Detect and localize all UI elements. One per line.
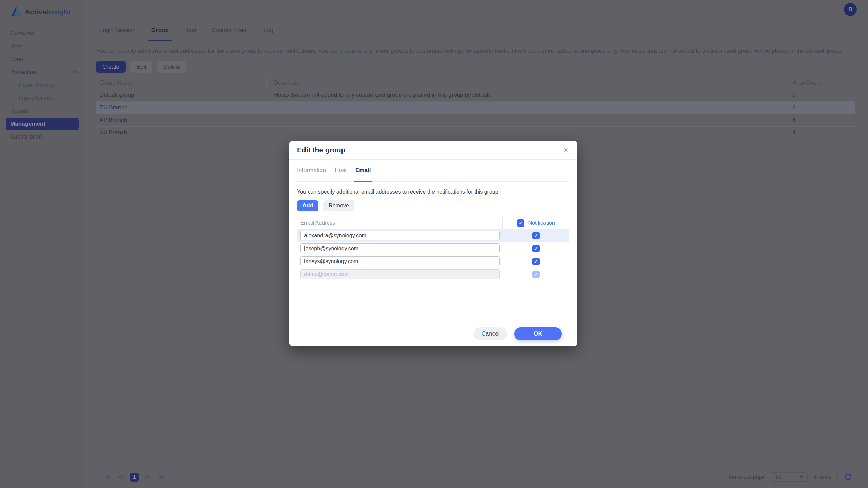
dialog-body: Information Host Email You can specify a…	[289, 160, 577, 346]
user-avatar[interactable]: D	[844, 3, 857, 16]
email-cell	[297, 231, 503, 240]
cell-host-count: 4	[787, 117, 855, 124]
current-page-button[interactable]: 1	[130, 473, 139, 482]
email-table: Email Address ✓ Notification ✓	[297, 217, 569, 281]
cell-description	[267, 102, 787, 114]
dialog-header: Edit the group	[289, 141, 577, 160]
dialog-tab-host[interactable]: Host	[335, 160, 347, 181]
notification-cell: ✓	[503, 271, 569, 278]
notification-checkbox[interactable]: ✓	[532, 245, 540, 252]
tab-login-session[interactable]: Login Session	[99, 19, 136, 41]
ok-button[interactable]: OK	[514, 327, 562, 340]
column-description[interactable]: Description	[267, 77, 787, 89]
sidebar-item-management[interactable]: Management	[6, 118, 79, 130]
notification-cell: ✓	[503, 232, 569, 239]
tab-host[interactable]: Host	[184, 19, 196, 41]
page-size-dropdown[interactable]: 50	[771, 472, 808, 482]
group-page-tabs: Login Session Group Host Custom Event Lo…	[86, 19, 868, 41]
add-button[interactable]: Add	[297, 200, 318, 211]
email-input[interactable]	[300, 256, 500, 266]
sidebar-item-login-activity[interactable]: Login Activity	[0, 92, 86, 105]
pagination-controls: 1	[96, 473, 165, 482]
cell-group-name: NA Branch	[96, 127, 267, 139]
notification-checkbox-disabled: ✓	[532, 271, 540, 278]
cell-group-name: Default group	[96, 89, 267, 101]
notification-cell: ✓	[503, 258, 569, 265]
sidebar-item-report[interactable]: Report	[0, 105, 86, 118]
table-row-ap-branch[interactable]: AP Branch 4	[96, 114, 855, 127]
refresh-icon[interactable]	[844, 473, 852, 481]
column-notification: ✓ Notification	[503, 219, 569, 227]
email-input[interactable]	[300, 231, 500, 240]
table-row-default-group[interactable]: Default group Hosts that are not added t…	[96, 89, 855, 102]
prev-page-icon[interactable]	[117, 473, 125, 481]
tab-log[interactable]: Log	[264, 19, 273, 41]
email-cell	[297, 269, 503, 279]
table-row-na-branch[interactable]: NA Branch 4	[96, 127, 855, 139]
dialog-footer: Cancel OK	[297, 327, 569, 346]
email-cell	[297, 243, 503, 253]
cell-host-count: 3	[787, 104, 855, 111]
email-table-header: Email Address ✓ Notification	[297, 217, 569, 229]
group-toolbar: Create Edit Delete	[96, 61, 186, 73]
email-input[interactable]	[300, 243, 500, 253]
email-toolbar: Add Remove	[297, 200, 569, 211]
pagination-bar: 1 Items per page 50 4 items	[96, 470, 855, 484]
first-page-icon[interactable]	[104, 473, 112, 481]
column-group-name[interactable]: Group Name	[96, 77, 267, 89]
column-email-address: Email Address	[297, 217, 503, 229]
dialog-tab-email[interactable]: Email	[355, 160, 371, 181]
edit-button[interactable]: Edit	[130, 61, 152, 73]
groups-table-header: Group Name Description Host Count	[96, 77, 855, 89]
dialog-title: Edit the group	[297, 146, 345, 154]
page-size-value: 50	[775, 474, 781, 480]
sidebar-item-overview[interactable]: Overview	[0, 27, 86, 40]
notification-checkbox[interactable]: ✓	[532, 232, 540, 239]
delete-button[interactable]: Delete	[157, 61, 186, 73]
total-items-label: 4 items	[814, 474, 831, 480]
dialog-tab-information[interactable]: Information	[297, 160, 326, 181]
create-button[interactable]: Create	[96, 61, 126, 73]
divider	[837, 473, 838, 481]
notification-label: Notification	[528, 220, 555, 226]
email-row[interactable]: ✓	[297, 242, 569, 255]
chevron-down-icon	[800, 476, 804, 478]
sidebar-item-host[interactable]: Host	[0, 40, 86, 53]
sidebar-item-hyper-backup[interactable]: Hyper Backup	[0, 79, 86, 92]
email-row[interactable]: ✓	[297, 229, 569, 242]
close-icon[interactable]	[560, 145, 571, 155]
cell-description	[267, 127, 787, 139]
last-page-icon[interactable]	[156, 473, 165, 481]
sidebar-item-event[interactable]: Event	[0, 53, 86, 66]
email-row[interactable]: ✓	[297, 255, 569, 268]
pagination-settings: Items per page 50 4 items	[729, 472, 855, 482]
cell-host-count: 9	[787, 92, 855, 98]
cell-group-name: AP Branch	[96, 114, 267, 126]
groups-table: Group Name Description Host Count Defaul…	[96, 77, 855, 139]
notification-checkbox[interactable]: ✓	[532, 258, 540, 265]
notification-all-checkbox[interactable]: ✓	[517, 219, 524, 227]
sidebar: ActiveInsight Overview Host Event Protec…	[0, 0, 86, 488]
cell-description	[267, 114, 787, 126]
items-per-page-label: Items per page	[729, 474, 765, 480]
sidebar-nav: Overview Host Event Protection Hyper Bac…	[0, 27, 86, 143]
column-host-count[interactable]: Host Count	[787, 79, 855, 86]
cell-host-count: 4	[787, 129, 855, 136]
tab-custom-event[interactable]: Custom Event	[212, 19, 248, 41]
email-input-disabled	[300, 269, 500, 279]
chevron-up-icon	[72, 70, 77, 73]
page-description: You can specify additional email address…	[96, 48, 858, 54]
tab-group[interactable]: Group	[151, 19, 169, 41]
table-row-eu-branch[interactable]: EU Branch 3	[96, 102, 855, 114]
cell-group-name: EU Branch	[96, 102, 267, 114]
cancel-button[interactable]: Cancel	[474, 327, 507, 340]
edit-group-dialog: Edit the group Information Host Email Yo…	[289, 141, 577, 346]
dialog-description: You can specify additional email address…	[297, 189, 569, 195]
sidebar-item-subscription[interactable]: Subscription	[0, 130, 86, 143]
cell-description: Hosts that are not added to any customiz…	[267, 89, 787, 101]
top-header: D	[86, 0, 868, 19]
app-title: ActiveInsight	[25, 8, 70, 16]
next-page-icon[interactable]	[144, 473, 152, 481]
sidebar-item-protection[interactable]: Protection	[0, 66, 86, 79]
remove-button[interactable]: Remove	[323, 200, 354, 211]
